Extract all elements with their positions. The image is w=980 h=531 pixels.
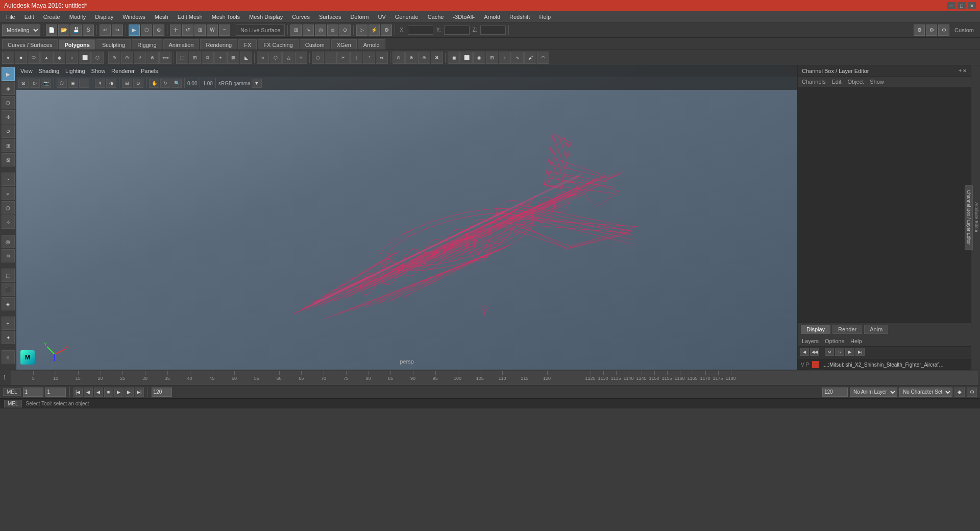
icon-extract[interactable]: ↗ bbox=[134, 52, 146, 64]
maximize-btn[interactable]: □ bbox=[958, 2, 966, 9]
icon-bridge[interactable]: ⊞ bbox=[189, 52, 201, 64]
tab-anim[interactable]: Anim bbox=[864, 325, 888, 334]
no-live-surface-btn[interactable]: No Live Surface bbox=[236, 25, 285, 36]
anim-layer-btn[interactable]: ◈ bbox=[2, 297, 15, 310]
menu-mesh[interactable]: Mesh bbox=[151, 13, 173, 21]
menu-uv[interactable]: UV bbox=[374, 13, 389, 21]
tweak-btn[interactable]: ⬡ bbox=[2, 201, 15, 214]
stop-btn[interactable]: ■ bbox=[104, 388, 113, 397]
icon-sculpt[interactable]: ◠ bbox=[537, 52, 549, 64]
icon-multicut[interactable]: ✂ bbox=[337, 52, 350, 64]
icon-paint[interactable]: 🖌 bbox=[524, 52, 536, 64]
universal-manip-btn[interactable]: W bbox=[207, 25, 218, 36]
frame-end-input[interactable] bbox=[152, 388, 172, 397]
icon-connect[interactable]: — bbox=[325, 52, 337, 64]
menu-arnold[interactable]: Arnold bbox=[480, 13, 504, 21]
icon-cone[interactable]: ▲ bbox=[40, 52, 53, 64]
ch-tab-object[interactable]: Object bbox=[847, 79, 864, 85]
rotate-tool-btn[interactable]: ↺ bbox=[182, 25, 193, 36]
icon-face-mode[interactable]: ◼ bbox=[448, 52, 460, 64]
layers-tab-options[interactable]: Options bbox=[825, 338, 844, 344]
show-settings-btn-3[interactable]: ⚙ bbox=[938, 25, 949, 36]
fast-fwd-btn[interactable]: ▶| bbox=[135, 388, 144, 397]
icon-target-weld[interactable]: ⊙ bbox=[393, 52, 405, 64]
vp-orbit-btn[interactable]: ↻ bbox=[160, 79, 170, 88]
z-input[interactable] bbox=[480, 26, 506, 35]
icon-diamond[interactable]: ◆ bbox=[53, 52, 65, 64]
menu-create[interactable]: Create bbox=[39, 13, 64, 21]
frame-max-input[interactable] bbox=[822, 388, 848, 397]
tab-polygons[interactable]: Polygons bbox=[59, 39, 95, 50]
menu-3dtoall[interactable]: -3DtoAll- bbox=[449, 13, 479, 21]
layer-item[interactable]: V P ....:Mitsubishi_X2_Shinshin_Stealth_… bbox=[798, 359, 971, 370]
scale-tool-btn[interactable]: ⊞ bbox=[194, 25, 206, 36]
vp-lighting-btn[interactable]: ☀ bbox=[95, 79, 105, 88]
vp-isolate-btn[interactable]: ⊙ bbox=[133, 79, 143, 88]
viewport-menu-view[interactable]: View bbox=[20, 68, 33, 74]
vp-pan-btn[interactable]: ✋ bbox=[149, 79, 159, 88]
icon-boolean[interactable]: ⊗ bbox=[146, 52, 159, 64]
menu-help[interactable]: Help bbox=[535, 13, 555, 21]
window-controls[interactable]: ─ □ ✕ bbox=[947, 2, 976, 9]
layer-next-btn[interactable]: ◀◀ bbox=[810, 348, 819, 356]
icon-mirror[interactable]: ⟺ bbox=[159, 52, 172, 64]
move-btn[interactable]: ✛ bbox=[2, 110, 15, 124]
timeline-ruler[interactable]: 5101520253035404550556065707580859095100… bbox=[11, 371, 978, 385]
menu-surfaces[interactable]: Surfaces bbox=[315, 13, 345, 21]
paint-sel-btn[interactable]: ⊕ bbox=[153, 25, 164, 36]
mel-badge[interactable]: MEL bbox=[3, 388, 21, 396]
soft-mod-btn[interactable]: ~ bbox=[219, 25, 230, 36]
menu-edit[interactable]: Edit bbox=[20, 13, 38, 21]
vp-select-all-btn[interactable]: ⊠ bbox=[18, 79, 29, 88]
vp-shadow-btn[interactable]: ◑ bbox=[106, 79, 116, 88]
viewport-menu-panels[interactable]: Panels bbox=[141, 68, 158, 74]
tab-animation[interactable]: Animation bbox=[163, 39, 200, 50]
tab-display[interactable]: Display bbox=[801, 325, 830, 334]
frame-start-input[interactable] bbox=[23, 388, 43, 397]
save-btn[interactable]: 💾 bbox=[70, 25, 82, 36]
icon-sphere[interactable]: ● bbox=[2, 52, 14, 64]
layer-mute-btn[interactable]: M bbox=[825, 348, 834, 356]
create-set-btn[interactable]: + bbox=[2, 317, 15, 330]
open-btn[interactable]: 📂 bbox=[58, 25, 69, 36]
vp-zoom-btn[interactable]: 🔍 bbox=[172, 79, 182, 88]
rewind-btn[interactable]: |◀ bbox=[74, 388, 83, 397]
ch-tab-channels[interactable]: Channels bbox=[802, 79, 825, 85]
play-back-btn[interactable]: ◀ bbox=[94, 388, 103, 397]
snap-grid-btn[interactable]: ⊞ bbox=[290, 25, 302, 36]
layer-solo-btn[interactable]: S bbox=[835, 348, 844, 356]
icon-edge-mode[interactable]: ⬜ bbox=[460, 52, 473, 64]
select-tool-btn[interactable]: ▶ bbox=[129, 25, 140, 36]
menu-file[interactable]: File bbox=[2, 13, 19, 21]
snap-live-btn[interactable]: ⊙ bbox=[339, 25, 351, 36]
key-type-btn[interactable]: ⚙ bbox=[967, 388, 977, 397]
tab-xgen[interactable]: XGen bbox=[331, 39, 357, 50]
show-settings-btn-2[interactable]: ⚙ bbox=[926, 25, 937, 36]
snap-curve-btn[interactable]: ∿ bbox=[303, 25, 314, 36]
channel-box-tab[interactable]: Channel Box / Layer Editor bbox=[965, 185, 973, 250]
render-layer-btn[interactable]: ⬛ bbox=[2, 283, 15, 296]
layer-end-btn[interactable]: ▶| bbox=[855, 348, 865, 356]
tab-curves-surfaces[interactable]: Curves / Surfaces bbox=[2, 39, 58, 50]
display-layer-btn[interactable]: ⬚ bbox=[2, 269, 15, 282]
transform-btn[interactable]: ⊠ bbox=[2, 153, 15, 166]
quick-sel-btn[interactable]: ✦ bbox=[2, 331, 15, 344]
icon-fill-hole[interactable]: ⧈ bbox=[202, 52, 214, 64]
vp-grid-btn[interactable]: ⊞ bbox=[122, 79, 132, 88]
icon-extrude[interactable]: ⬚ bbox=[176, 52, 188, 64]
menu-curves[interactable]: Curves bbox=[288, 13, 314, 21]
close-btn[interactable]: ✕ bbox=[968, 2, 976, 9]
icon-vert-mode[interactable]: ◉ bbox=[473, 52, 485, 64]
tab-fxcaching[interactable]: FX Caching bbox=[258, 39, 298, 50]
menu-modify[interactable]: Modify bbox=[65, 13, 90, 21]
icon-norm-mode[interactable]: ↑ bbox=[499, 52, 511, 64]
icon-disc[interactable]: ⬡ bbox=[91, 52, 104, 64]
viewport-menu-show[interactable]: Show bbox=[91, 68, 106, 74]
menu-meshtools[interactable]: Mesh Tools bbox=[208, 13, 244, 21]
lasso-select-btn[interactable]: ⬡ bbox=[2, 96, 15, 109]
menu-windows[interactable]: Windows bbox=[118, 13, 150, 21]
snap-point-btn[interactable]: ◎ bbox=[315, 25, 326, 36]
status-mel-badge[interactable]: MEL bbox=[4, 400, 22, 407]
menu-editmesh[interactable]: Edit Mesh bbox=[174, 13, 207, 21]
snap-view-btn[interactable]: ⧈ bbox=[2, 249, 15, 262]
